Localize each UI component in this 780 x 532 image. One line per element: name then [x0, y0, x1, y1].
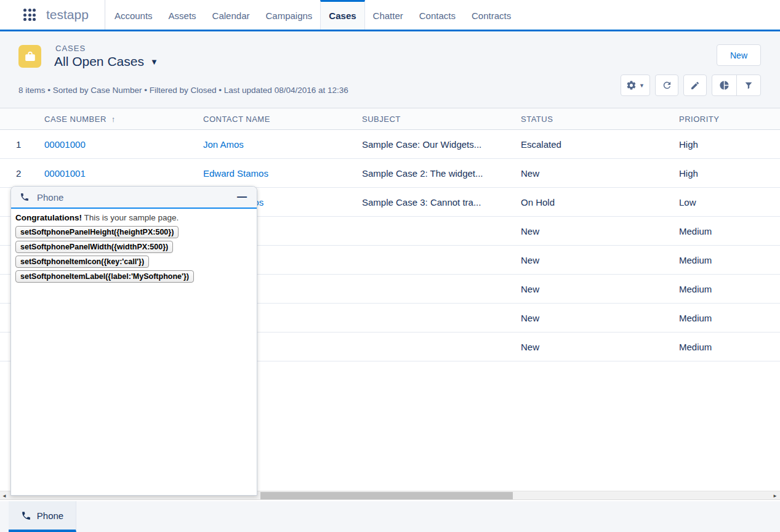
- subject-cell: [352, 332, 511, 361]
- contact-name-link[interactable]: Jon Amos: [203, 139, 244, 150]
- nav-tabs: Accounts Assets Calendar Campaigns Cases…: [107, 0, 519, 30]
- case-number-link[interactable]: 00001001: [44, 168, 86, 179]
- column-header-status[interactable]: STATUS: [511, 108, 669, 129]
- briefcase-icon: [23, 50, 37, 63]
- chevron-down-icon: ▼: [639, 83, 645, 89]
- subject-cell: Sample Case 2: The widget...: [352, 159, 511, 187]
- status-cell: New: [511, 332, 669, 361]
- phone-tab-label: Phone: [37, 510, 63, 521]
- column-header-priority[interactable]: PRIORITY: [669, 108, 780, 129]
- priority-cell: Medium: [669, 217, 780, 245]
- phone-utility-tab[interactable]: Phone: [9, 501, 76, 532]
- gear-icon: [626, 80, 637, 91]
- column-header-contact-name[interactable]: CONTACT NAME: [193, 108, 352, 129]
- case-number-link[interactable]: 00001000: [44, 139, 86, 150]
- subject-cell: [352, 304, 511, 332]
- status-cell: New: [511, 217, 669, 245]
- filter-button[interactable]: [736, 75, 760, 95]
- tab-assets[interactable]: Assets: [161, 0, 204, 30]
- status-cell: New: [511, 246, 669, 274]
- scroll-right-arrow-icon[interactable]: ►: [773, 491, 778, 500]
- softphone-body: Congratulations! This is your sample pag…: [11, 209, 257, 289]
- list-view-header: CASES All Open Cases ▼ 8 items • Sorted …: [0, 31, 780, 108]
- status-cell: New: [511, 304, 669, 332]
- softphone-message-bold: Congratulations!: [15, 213, 82, 222]
- list-view-selector[interactable]: All Open Cases ▼: [54, 54, 158, 69]
- chevron-down-icon: ▼: [150, 57, 158, 66]
- subject-cell: [352, 217, 511, 245]
- phone-icon: [21, 510, 31, 521]
- chart-filter-button-group: [712, 75, 761, 96]
- case-object-icon: [18, 45, 41, 68]
- priority-cell: High: [669, 130, 780, 158]
- charts-button[interactable]: [712, 75, 736, 95]
- scrollbar-thumb[interactable]: [260, 492, 513, 499]
- table-row: 1 00001000 Jon Amos Sample Case: Our Wid…: [0, 130, 780, 159]
- priority-cell: Medium: [669, 332, 780, 361]
- sort-ascending-icon: ↑: [111, 115, 116, 124]
- softphone-message: Congratulations! This is your sample pag…: [15, 213, 252, 222]
- subject-cell: [352, 246, 511, 274]
- nav-divider: [105, 0, 105, 30]
- scroll-left-arrow-icon[interactable]: ◄: [2, 491, 7, 500]
- status-cell: New: [511, 275, 669, 303]
- set-panel-height-button[interactable]: setSoftphonePanelHeight({heightPX:500}): [15, 226, 179, 238]
- priority-cell: Low: [669, 188, 780, 216]
- funnel-icon: [744, 81, 754, 91]
- phone-icon: [20, 192, 30, 202]
- set-item-icon-button[interactable]: setSoftphoneItemIcon({key:'call'}): [15, 256, 149, 268]
- object-label: CASES: [55, 44, 86, 53]
- table-row: 2 00001001 Edward Stamos Sample Case 2: …: [0, 159, 780, 188]
- tab-calendar[interactable]: Calendar: [204, 0, 258, 30]
- column-header-case-number[interactable]: CASE NUMBER ↑: [34, 108, 193, 129]
- app-name: testapp: [46, 7, 89, 22]
- status-cell: Escalated: [511, 130, 669, 158]
- tab-campaigns[interactable]: Campaigns: [257, 0, 320, 30]
- priority-cell: Medium: [669, 246, 780, 274]
- list-view-name: All Open Cases: [54, 54, 144, 69]
- row-number: 2: [0, 159, 34, 187]
- list-settings-button[interactable]: ▼: [621, 75, 650, 96]
- status-cell: On Hold: [511, 188, 669, 216]
- list-view-meta: 8 items • Sorted by Case Number • Filter…: [18, 86, 348, 95]
- minimize-button[interactable]: —: [236, 194, 248, 200]
- priority-cell: Medium: [669, 275, 780, 303]
- tab-cases[interactable]: Cases: [320, 0, 364, 30]
- pencil-icon: [690, 81, 700, 91]
- set-item-label-button[interactable]: setSoftphoneItemLabel({label:'MySoftphon…: [15, 270, 194, 283]
- set-panel-width-button[interactable]: setSoftphonePanelWidth({widthPX:500}): [15, 241, 173, 253]
- row-number: 1: [0, 130, 34, 158]
- softphone-panel: Phone — Congratulations! This is your sa…: [10, 186, 257, 496]
- softphone-message-rest: This is your sample page.: [82, 213, 179, 222]
- priority-cell: High: [669, 159, 780, 187]
- softphone-header: Phone —: [11, 187, 257, 209]
- app-launcher-icon[interactable]: [23, 9, 36, 21]
- priority-cell: Medium: [669, 304, 780, 332]
- list-view-toolbar: ▼: [621, 75, 761, 96]
- refresh-icon: [662, 80, 672, 91]
- top-navigation-bar: testapp Accounts Assets Calendar Campaig…: [0, 0, 780, 31]
- contact-name-link[interactable]: Edward Stamos: [203, 168, 268, 179]
- softphone-title: Phone: [37, 192, 236, 203]
- tab-accounts[interactable]: Accounts: [107, 0, 161, 30]
- utility-dock-bar: Phone: [0, 501, 780, 532]
- app-brand: testapp: [0, 0, 105, 30]
- subject-cell: Sample Case: Our Widgets...: [352, 130, 511, 158]
- tab-contracts[interactable]: Contracts: [464, 0, 519, 30]
- status-cell: New: [511, 159, 669, 187]
- pie-chart-icon: [719, 80, 730, 91]
- tab-chatter[interactable]: Chatter: [365, 0, 411, 30]
- tab-contacts[interactable]: Contacts: [411, 0, 464, 30]
- table-header-row: CASE NUMBER ↑ CONTACT NAME SUBJECT STATU…: [0, 108, 780, 130]
- refresh-button[interactable]: [655, 75, 678, 96]
- column-header-subject[interactable]: SUBJECT: [352, 108, 511, 129]
- subject-cell: [352, 275, 511, 303]
- row-number-column-header: [0, 108, 34, 129]
- new-button[interactable]: New: [717, 44, 761, 66]
- subject-cell: Sample Case 3: Cannot tra...: [352, 188, 511, 216]
- edit-button[interactable]: [683, 75, 707, 96]
